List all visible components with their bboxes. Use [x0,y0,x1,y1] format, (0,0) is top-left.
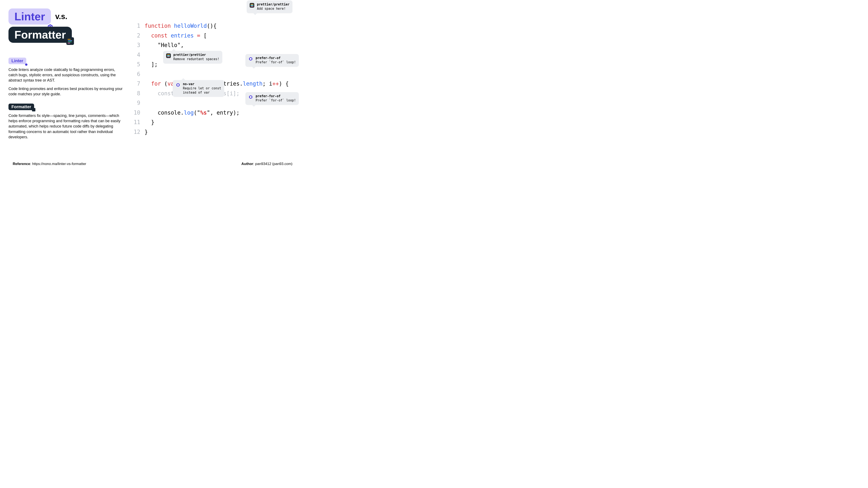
eslint-icon [47,20,53,26]
tooltip-title: prettier/prettier [173,53,219,57]
lineno: 3 [131,40,140,50]
eslint-icon [248,95,253,99]
linter-desc-2: Code linting promotes and enforces best … [8,86,123,97]
vs-text: v.s. [55,12,67,21]
lineno: 4 [131,50,140,60]
prettier-icon [166,53,171,58]
eslint-icon [248,57,253,61]
lineno: 12 [131,127,140,137]
prettier-icon [66,37,74,45]
lineno: 8 [131,89,140,98]
prettier-icon [32,108,35,111]
lineno: 2 [131,31,140,41]
author-text: Author: pan93412 (pan93.com) [241,162,292,166]
eslint-icon [25,62,28,65]
title-formatter-text: Formatter [14,29,66,41]
title-formatter-badge: Formatter [8,27,72,43]
tooltip-prefer-for-of-2: prefer-for-of Prefer `for-of` loop! [245,92,299,105]
tooltip-msg: Add space here! [257,7,289,11]
lineno: 10 [131,108,140,118]
section-linter-badge: Linter [8,58,26,64]
lineno: 7 [131,79,140,89]
tooltip-msg: Prefer `for-of` loop! [255,60,296,65]
lineno: 9 [131,98,140,108]
tooltip-prettier-remove: prettier/prettier Remove reduntant space… [163,51,222,64]
tooltip-msg: Remove reduntant spaces! [173,57,219,61]
reference-text: Reference: https://nono.ma/linter-vs-for… [13,162,86,166]
tooltip-title: no-var [183,82,221,86]
svg-marker-3 [25,63,27,66]
tooltip-msg: Prefer `for-of` loop! [255,98,296,103]
tooltip-title: prefer-for-of [255,56,296,60]
lineno: 11 [131,118,140,127]
formatter-desc-1: Code formatters fix style—spacing, line … [8,113,123,140]
section-formatter-label: Formatter [11,104,31,109]
tooltip-title: prettier/prettier [257,3,289,6]
title-linter-badge: Linter [8,8,51,25]
code-block: 1function helloWorld(){ 2 const entries … [131,21,292,137]
eslint-icon [176,83,180,87]
prettier-icon [250,3,254,8]
section-formatter-badge: Formatter [8,104,34,110]
tooltip-title: prefer-for-of [255,94,296,98]
linter-desc-1: Code linters analyze code statically to … [8,67,123,83]
lineno: 1 [131,21,140,31]
tooltip-prettier-space: prettier/prettier Add space here! [247,0,292,13]
tooltip-prefer-for-of-1: prefer-for-of Prefer `for-of` loop! [245,54,299,67]
lineno: 5 [131,60,140,69]
section-linter-label: Linter [11,59,23,63]
lineno: 6 [131,69,140,79]
tooltip-msg: Require let or const instead of var [183,87,221,95]
title-linter-text: Linter [14,10,45,23]
tooltip-no-var: no-var Require let or const instead of v… [173,80,224,97]
